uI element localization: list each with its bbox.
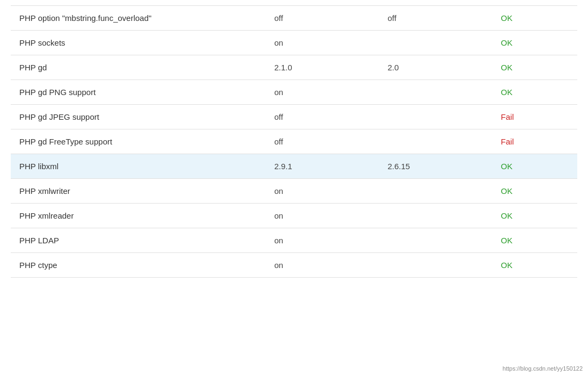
row-label: PHP ctype <box>11 253 266 278</box>
row-current-value: 2.9.1 <box>266 154 379 179</box>
row-required-value <box>379 129 492 154</box>
row-status: OK <box>493 6 577 31</box>
row-required-value <box>379 179 492 204</box>
row-label: PHP LDAP <box>11 228 266 253</box>
table-row: PHP libxml2.9.12.6.15OK <box>11 154 577 179</box>
row-current-value: on <box>266 253 379 278</box>
row-status: OK <box>493 204 577 228</box>
row-required-value: 2.0 <box>379 55 492 80</box>
row-label: PHP xmlwriter <box>11 179 266 204</box>
table-row: PHP gd PNG supportonOK <box>11 80 577 105</box>
row-required-value <box>379 253 492 278</box>
requirements-table-container: PHP option "mbstring.func_overload"offof… <box>0 0 588 283</box>
table-row: PHP option "mbstring.func_overload"offof… <box>11 6 577 31</box>
row-current-value: on <box>266 179 379 204</box>
row-required-value <box>379 105 492 129</box>
row-required-value <box>379 80 492 105</box>
watermark: https://blog.csdn.net/yy150122 <box>503 365 583 372</box>
row-current-value: 2.1.0 <box>266 55 379 80</box>
row-current-value: on <box>266 204 379 228</box>
table-row: PHP socketsonOK <box>11 31 577 55</box>
row-required-value <box>379 228 492 253</box>
row-label: PHP gd <box>11 55 266 80</box>
row-status: OK <box>493 253 577 278</box>
table-row: PHP gd2.1.02.0OK <box>11 55 577 80</box>
row-label: PHP xmlreader <box>11 204 266 228</box>
row-status: OK <box>493 55 577 80</box>
row-required-value: 2.6.15 <box>379 154 492 179</box>
table-row: PHP xmlreaderonOK <box>11 204 577 228</box>
row-current-value: off <box>266 6 379 31</box>
row-required-value <box>379 31 492 55</box>
table-row: PHP ctypeonOK <box>11 253 577 278</box>
table-row: PHP gd JPEG supportoffFail <box>11 105 577 129</box>
row-label: PHP sockets <box>11 31 266 55</box>
requirements-table: PHP option "mbstring.func_overload"offof… <box>11 5 577 278</box>
row-current-value: on <box>266 228 379 253</box>
row-current-value: off <box>266 129 379 154</box>
table-row: PHP LDAPonOK <box>11 228 577 253</box>
row-current-value: on <box>266 80 379 105</box>
row-label: PHP gd JPEG support <box>11 105 266 129</box>
table-row: PHP gd FreeType supportoffFail <box>11 129 577 154</box>
row-label: PHP gd FreeType support <box>11 129 266 154</box>
row-required-value <box>379 204 492 228</box>
row-current-value: on <box>266 31 379 55</box>
row-status: OK <box>493 80 577 105</box>
row-status: OK <box>493 154 577 179</box>
row-current-value: off <box>266 105 379 129</box>
row-required-value: off <box>379 6 492 31</box>
row-label: PHP gd PNG support <box>11 80 266 105</box>
row-status: Fail <box>493 105 577 129</box>
table-row: PHP xmlwriteronOK <box>11 179 577 204</box>
row-label: PHP option "mbstring.func_overload" <box>11 6 266 31</box>
row-status: Fail <box>493 129 577 154</box>
row-label: PHP libxml <box>11 154 266 179</box>
row-status: OK <box>493 179 577 204</box>
row-status: OK <box>493 228 577 253</box>
row-status: OK <box>493 31 577 55</box>
